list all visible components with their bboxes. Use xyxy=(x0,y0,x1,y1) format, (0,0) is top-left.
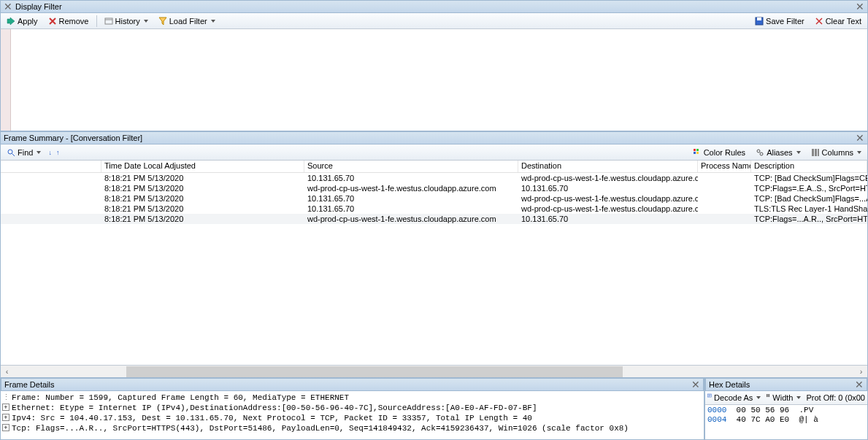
columns-icon xyxy=(811,148,820,157)
chevron-down-icon xyxy=(756,396,761,399)
frame-table-rows[interactable]: 8:18:21 PM 5/13/202010.131.65.70wd-prod-… xyxy=(1,173,867,224)
table-row[interactable]: 8:18:21 PM 5/13/2020wd-prod-cp-us-west-1… xyxy=(1,183,867,193)
horizontal-scrollbar[interactable]: ‹ › xyxy=(1,365,867,377)
scroll-right-icon[interactable]: › xyxy=(855,366,867,378)
col-time[interactable]: Time Date Local Adjusted xyxy=(101,161,304,172)
remove-icon xyxy=(48,17,57,26)
col-description[interactable]: Description xyxy=(751,161,867,172)
aliases-icon xyxy=(756,148,764,157)
tree-node[interactable]: +Ipv4: Src = 104.40.17.153, Dest = 10.13… xyxy=(2,413,702,423)
svg-rect-11 xyxy=(815,149,817,156)
columns-button[interactable]: Columns xyxy=(808,147,864,158)
chevron-down-icon xyxy=(796,396,801,399)
close-icon[interactable]: ✕ xyxy=(691,379,700,390)
frame-details-tree[interactable]: ⋮Frame: Number = 1599, Captured Frame Le… xyxy=(1,391,704,433)
table-row[interactable]: 8:18:21 PM 5/13/202010.131.65.70wd-prod-… xyxy=(1,204,867,214)
hex-details-panel: Hex Details ✕ Decode As Width Prot Off: … xyxy=(704,377,868,440)
expand-icon[interactable]: + xyxy=(2,424,9,431)
col-destination[interactable]: Destination xyxy=(518,161,698,172)
svg-point-9 xyxy=(760,153,763,155)
svg-rect-2 xyxy=(757,18,761,20)
svg-rect-5 xyxy=(696,149,699,151)
hex-dump[interactable]: 0000 00 50 56 96 .PV0004 40 7C A0 E0 @| … xyxy=(705,405,867,425)
nav-down-icon[interactable]: ↓ xyxy=(48,149,52,156)
history-icon xyxy=(104,17,113,26)
expand-icon[interactable]: + xyxy=(2,404,9,411)
col-process-name[interactable]: Process Name xyxy=(698,161,751,172)
scroll-left-icon[interactable]: ‹ xyxy=(1,366,13,378)
save-icon xyxy=(755,17,764,26)
close-icon[interactable]: ✕ xyxy=(856,133,864,143)
frame-details-panel: Frame Details ✕ ⋮Frame: Number = 1599, C… xyxy=(0,377,704,440)
apply-icon xyxy=(7,17,15,26)
hex-details-header: Hex Details ✕ xyxy=(705,378,867,391)
scroll-thumb[interactable] xyxy=(126,366,623,377)
search-icon xyxy=(7,148,15,157)
svg-rect-15 xyxy=(768,394,769,397)
chevron-down-icon xyxy=(211,20,215,23)
svg-point-3 xyxy=(8,150,12,154)
load-filter-button[interactable]: Load Filter xyxy=(155,16,218,26)
width-button[interactable]: Width xyxy=(772,393,793,402)
close-icon[interactable]: ✕ xyxy=(855,379,864,390)
prot-off-label: Prot Off: 0 (0x00 xyxy=(806,393,865,402)
svg-rect-0 xyxy=(105,18,112,24)
frame-summary-toolbar: Find ↓ ↑ Color Rules Aliases Columns xyxy=(0,144,868,161)
hex-line: 0000 00 50 56 96 .PV xyxy=(707,406,865,415)
chevron-down-icon xyxy=(144,20,148,23)
table-row[interactable]: 8:18:21 PM 5/13/202010.131.65.70wd-prod-… xyxy=(1,173,867,183)
svg-rect-7 xyxy=(696,152,699,154)
display-filter-header: ✕ Display Filter ✕ xyxy=(0,0,868,13)
load-filter-icon xyxy=(158,17,167,26)
svg-point-8 xyxy=(757,150,760,153)
expand-icon[interactable]: + xyxy=(2,414,9,421)
col-source[interactable]: Source xyxy=(304,161,518,172)
close-icon[interactable]: ✕ xyxy=(856,1,864,12)
tree-node[interactable]: +Ethernet: Etype = Internet IP (IPv4),De… xyxy=(2,403,702,413)
nav-up-icon[interactable]: ↑ xyxy=(56,149,60,156)
tree-node[interactable]: +Tcp: Flags=...A.R.., SrcPort=HTTPS(443)… xyxy=(2,423,702,433)
close-icon[interactable]: ✕ xyxy=(4,1,12,12)
apply-button[interactable]: Apply xyxy=(4,16,41,26)
table-row[interactable]: 8:18:21 PM 5/13/2020wd-prod-cp-us-west-1… xyxy=(1,214,867,224)
svg-rect-4 xyxy=(694,149,696,151)
svg-rect-6 xyxy=(694,152,696,154)
svg-rect-16 xyxy=(769,394,769,397)
history-button[interactable]: History xyxy=(101,16,151,26)
decode-as-button[interactable]: Decode As xyxy=(714,393,753,402)
remove-button[interactable]: Remove xyxy=(45,16,92,26)
clear-text-button[interactable]: Clear Text xyxy=(812,16,864,26)
frame-details-title: Frame Details xyxy=(4,380,54,389)
clear-icon xyxy=(815,17,823,26)
svg-rect-14 xyxy=(767,394,767,397)
display-filter-toolbar: Apply Remove History Load Filter Save Fi… xyxy=(0,13,868,29)
filter-gutter xyxy=(1,29,11,131)
decode-icon xyxy=(707,393,712,402)
width-icon xyxy=(766,393,770,402)
save-filter-button[interactable]: Save Filter xyxy=(752,16,807,26)
color-rules-icon xyxy=(693,148,702,157)
svg-rect-10 xyxy=(812,149,814,156)
frame-summary-title: Frame Summary - [Conversation Filter] xyxy=(4,134,142,142)
aliases-button[interactable]: Aliases xyxy=(753,147,803,158)
svg-rect-12 xyxy=(818,149,819,156)
tree-node[interactable]: ⋮Frame: Number = 1599, Captured Frame Le… xyxy=(2,393,702,403)
frame-table-header[interactable]: Time Date Local Adjusted Source Destinat… xyxy=(1,161,867,173)
chevron-down-icon xyxy=(796,151,801,154)
display-filter-title: Display Filter xyxy=(15,2,62,11)
hex-line: 0004 40 7C A0 E0 @| à xyxy=(707,415,865,425)
hex-details-title: Hex Details xyxy=(709,380,750,389)
chevron-down-icon xyxy=(857,151,861,154)
color-rules-button[interactable]: Color Rules xyxy=(690,147,748,158)
table-row[interactable]: 8:18:21 PM 5/13/202010.131.65.70wd-prod-… xyxy=(1,193,867,204)
frame-summary-header: Frame Summary - [Conversation Filter] ✕ xyxy=(0,131,868,144)
filter-text-area[interactable] xyxy=(0,29,868,131)
frame-summary-body: Time Date Local Adjusted Source Destinat… xyxy=(0,161,868,377)
hex-toolbar: Decode As Width Prot Off: 0 (0x00 xyxy=(705,391,867,405)
frame-details-header: Frame Details ✕ xyxy=(1,378,704,391)
find-button[interactable]: Find xyxy=(4,147,44,158)
chevron-down-icon xyxy=(37,151,41,154)
